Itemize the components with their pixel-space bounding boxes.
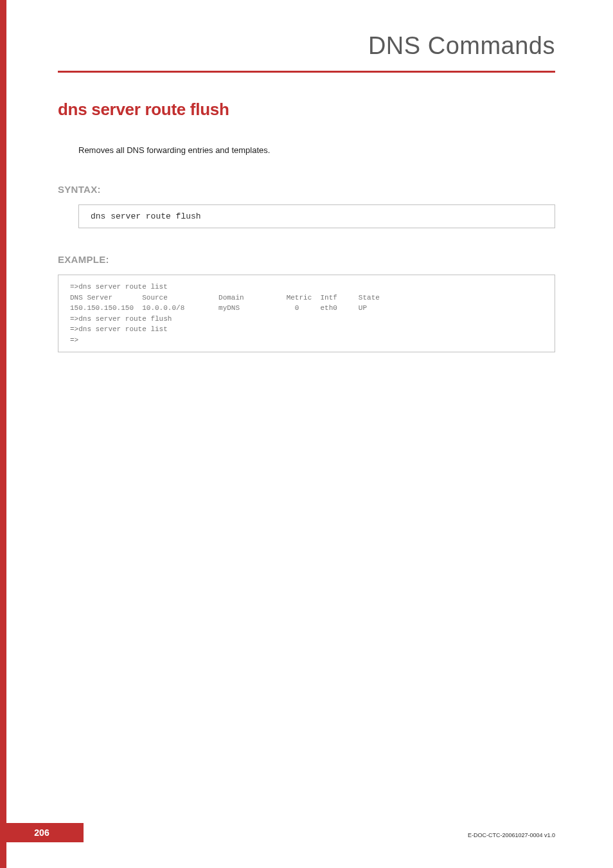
command-title: dns server route flush [58, 100, 555, 120]
syntax-code-box: dns server route flush [78, 204, 555, 228]
document-id: E-DOC-CTC-20061027-0004 v1.0 [468, 832, 555, 838]
page-number: 206 [0, 823, 84, 842]
example-label: EXAMPLE: [58, 254, 555, 265]
example-code-box: =>dns server route list DNS Server Sourc… [58, 275, 555, 352]
page-footer: 206 E-DOC-CTC-20061027-0004 v1.0 [0, 823, 555, 842]
main-content: dns server route flush Removes all DNS f… [58, 100, 555, 352]
left-accent-stripe [0, 0, 6, 868]
command-description: Removes all DNS forwarding entries and t… [78, 145, 555, 155]
syntax-label: SYNTAX: [58, 184, 555, 195]
header-divider [58, 71, 555, 73]
page-category-title: DNS Commands [368, 32, 555, 60]
